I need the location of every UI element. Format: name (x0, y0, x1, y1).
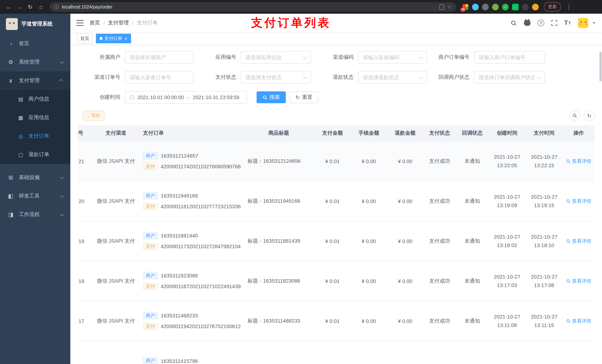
sidebar-item-workflow[interactable]: ◨ 工作流程 (0, 205, 70, 224)
export-button[interactable]: ↓ 导出 (83, 110, 104, 121)
back-button[interactable]: ← (4, 2, 14, 12)
order-id: 17 (78, 301, 93, 341)
chevron-down-icon (60, 60, 64, 64)
pay-no: 4200001174202110278060590766 (161, 164, 241, 169)
notify-status-select[interactable] (474, 71, 545, 83)
merchant-tag: 商户 (143, 357, 158, 364)
pay-status: 支付成功 (423, 181, 456, 221)
search-icon[interactable] (511, 20, 517, 26)
url-bar[interactable]: ⓘ localhost:1024/pay/order ↑ ☆ (50, 2, 456, 12)
merchant-input[interactable] (125, 51, 194, 64)
tab-home[interactable]: 首页 (77, 34, 93, 43)
refresh-icon[interactable]: ↻ (584, 110, 595, 121)
toggle-search-icon[interactable] (570, 110, 580, 121)
chevron-down-icon (60, 193, 64, 198)
sidebar-item-refund-order[interactable]: ▢ 退款订单 (0, 145, 70, 164)
sidebar-item-devtools[interactable]: ◧ 研发工具 (0, 187, 70, 205)
user-avatar[interactable] (578, 18, 588, 28)
download-icon: ↓ (87, 113, 90, 118)
merchant-tag: 商户 (143, 272, 158, 279)
date-range-picker[interactable]: 2021-10-01 00:00:00 - 2021-10-31 23:59:5… (125, 91, 247, 104)
workflow-icon: ◨ (7, 211, 14, 218)
browser-menu-icon[interactable]: ⋮ (564, 2, 574, 12)
search-icon (566, 319, 570, 323)
water-drop-extension-icon[interactable] (472, 3, 479, 10)
refund-amount: ¥ 0.00 (387, 181, 423, 221)
sidebar-toggle-icon[interactable] (76, 20, 84, 26)
order-id: 18 (78, 261, 93, 301)
sidebar-item-app-info[interactable]: ▦ 应用信息 (0, 108, 70, 127)
merchant-no: 1635311881440 (161, 233, 198, 239)
pay-time: 2021-10-2713:17:08 (526, 272, 563, 290)
sidebar-item-system[interactable]: ⚙ 系统管理 (0, 53, 70, 71)
view-detail-link[interactable]: 查看详情 (566, 238, 591, 244)
table-row: 19 微信 JSAPI 支付 商户1635311881440 支付4200001… (78, 221, 595, 261)
fee-amount: ¥ 0.00 (351, 221, 387, 261)
pin-extension-icon[interactable] (522, 3, 529, 10)
breadcrumb-payment[interactable]: 支付管理 (108, 20, 129, 26)
check-extension-icon[interactable]: ✓ (502, 3, 509, 10)
chat-extension-icon[interactable]: ··· (512, 3, 519, 10)
sidebar-item-merchant-info[interactable]: ▤ 商户信息 (0, 90, 70, 108)
sidebar-item-pay-order[interactable]: ◎ 支付订单 (0, 127, 70, 145)
profile-avatar-icon[interactable] (532, 3, 539, 10)
card-icon: ▤ (18, 96, 24, 102)
extensions-puzzle-icon[interactable]: 10 (462, 3, 469, 10)
notify-status-label: 回调商户状态 (427, 74, 474, 81)
sidebar-item-infrastructure[interactable]: ⊞ 基础设施 (0, 168, 70, 187)
font-size-icon[interactable]: TT (564, 19, 571, 27)
scrollbar[interactable] (599, 52, 602, 81)
reset-button[interactable]: ↻ 重置 (290, 91, 318, 103)
close-icon[interactable]: × (124, 36, 127, 41)
table-header-row: 编号 支付渠道 支付订单 商品标题 支付金额 手续金额 退款金额 支付状态 回调… (78, 125, 595, 141)
gray-extension-icon[interactable] (482, 3, 489, 10)
merchant-no: 1635311823086 (161, 273, 198, 279)
tab-pay-order[interactable]: 支付订单 × (96, 34, 131, 43)
view-detail-link[interactable]: 查看详情 (566, 278, 591, 284)
refund-status-select[interactable] (358, 71, 427, 83)
pay-status-select[interactable] (241, 71, 311, 83)
create-time: 2021-10-2713:18:02 (489, 232, 526, 250)
pay-amount: ¥ 0.01 (314, 261, 351, 301)
merchant-order-no-input[interactable] (474, 51, 545, 64)
product-title: 标题：1635311468233 (243, 301, 314, 341)
avatar-caret-icon[interactable] (592, 22, 595, 24)
create-time: 2021-10-2713:19:09 (489, 193, 526, 209)
pay-amount: ¥ 0.01 (314, 141, 351, 181)
help-icon[interactable]: ? (538, 20, 544, 26)
site-info-icon[interactable]: ⓘ (54, 3, 59, 10)
forward-button[interactable]: → (14, 2, 24, 12)
view-detail-link[interactable]: 查看详情 (566, 198, 591, 204)
github-icon[interactable] (524, 20, 531, 26)
fee-amount: ¥ 0.00 (351, 141, 387, 181)
fullscreen-icon[interactable] (551, 20, 557, 26)
pay-status: 支付成功 (423, 301, 456, 341)
pay-time: 2021-10-2713:18:10 (526, 232, 563, 250)
bookmark-star-icon[interactable]: ☆ (447, 4, 452, 10)
channel-order-no-input[interactable] (125, 71, 194, 83)
home-button[interactable]: ⌂ (36, 2, 46, 12)
sidebar-item-payment[interactable]: ¥ 支付管理 (0, 71, 70, 90)
pay-tag: 支付 (143, 163, 158, 170)
reload-button[interactable]: ↻ (25, 2, 35, 12)
extensions-area: 10 ✓ ··· (462, 3, 539, 10)
view-detail-link[interactable]: 查看详情 (566, 158, 591, 165)
channel-code-field (358, 51, 427, 64)
browser-update-button[interactable]: 更新 (544, 2, 561, 11)
share-icon[interactable]: ↑ (439, 4, 444, 10)
table-row-partial: 商户1635311415796 (78, 341, 595, 364)
pay-amount: ¥ 0.01 (314, 181, 351, 221)
sidebar-item-home[interactable]: ◔ 首页 (0, 34, 70, 53)
breadcrumb-home[interactable]: 首页 (90, 20, 100, 26)
pay-no: 4200001181202110277723215336 (161, 203, 241, 209)
view-detail-link[interactable]: 查看详情 (566, 318, 591, 324)
search-button[interactable]: 搜索 (257, 91, 286, 103)
pay-status-label: 支付状态 (194, 74, 241, 81)
top-navbar: 首页 / 支付管理 / 支付订单 支付订单列表 ? (70, 14, 602, 32)
table-row: 21 微信 JSAPI 支付 商户1635312124657 支付4200001… (78, 141, 595, 181)
create-time: 2021-10-2713:17:03 (489, 272, 526, 290)
pay-order-cell: 商户1635311949168 支付4200001181202110277723… (139, 192, 243, 210)
app-id-select[interactable] (241, 51, 311, 64)
channel-code-select[interactable] (358, 51, 427, 64)
green-extension-icon[interactable] (492, 3, 499, 10)
